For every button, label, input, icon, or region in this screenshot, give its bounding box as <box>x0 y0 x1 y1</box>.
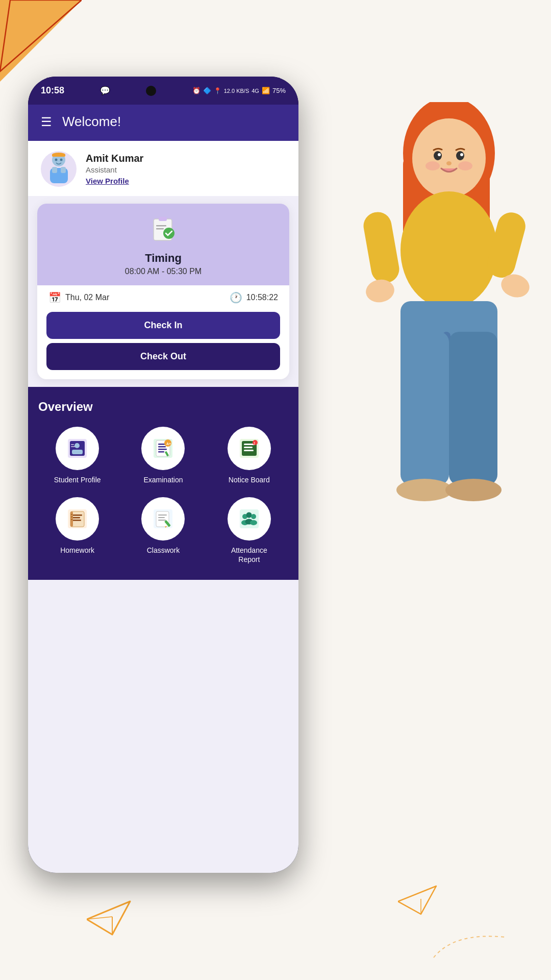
student-profile-icon <box>66 437 89 460</box>
homework-icon <box>66 507 89 530</box>
classwork-icon <box>152 507 174 530</box>
svg-rect-24 <box>158 446 166 448</box>
svg-point-35 <box>253 440 258 445</box>
homework-icon-circle <box>56 497 99 541</box>
classwork-icon-circle <box>141 497 185 541</box>
svg-rect-66 <box>403 153 426 255</box>
svg-rect-84 <box>400 332 449 485</box>
profile-name: Amit Kumar <box>86 153 143 164</box>
clipboard-check-icon <box>149 215 178 243</box>
character-illustration <box>342 102 546 587</box>
svg-rect-19 <box>71 444 74 445</box>
svg-rect-5 <box>61 167 66 173</box>
svg-rect-40 <box>72 517 80 519</box>
svg-rect-33 <box>244 447 253 448</box>
svg-text:!: ! <box>254 442 255 445</box>
examination-icon-circle: A+ <box>141 427 185 470</box>
svg-point-69 <box>434 151 442 160</box>
profile-info: Amit Kumar Assistant View Profile <box>86 153 143 185</box>
examination-icon: A+ <box>152 437 174 460</box>
view-profile-link[interactable]: View Profile <box>86 177 143 185</box>
avatar-illustration <box>45 153 73 186</box>
sidebar-item-examination[interactable]: A+ Examination <box>124 427 202 484</box>
overview-title: Overview <box>38 400 288 414</box>
clock-icon: 🕐 <box>230 291 242 304</box>
svg-point-58 <box>251 514 256 519</box>
timing-hours: 08:00 AM - 05:30 PM <box>125 267 202 276</box>
app-header: ☰ Welcome! <box>28 105 298 141</box>
phone-frame: 10:58 💬 ⏰ 🔷 📍 12.0 KB/S 4G 📶 75% ☰ Welco… <box>28 77 298 873</box>
svg-marker-0 <box>0 0 82 82</box>
camera-notch <box>146 86 156 96</box>
date-text: Thu, 02 Mar <box>65 293 109 302</box>
svg-rect-14 <box>156 228 164 230</box>
classwork-label: Classwork <box>147 546 180 555</box>
svg-marker-63 <box>398 886 436 914</box>
svg-point-17 <box>74 443 80 448</box>
svg-point-7 <box>60 158 62 161</box>
svg-point-56 <box>246 512 252 518</box>
svg-point-77 <box>400 191 497 309</box>
svg-point-72 <box>460 153 463 156</box>
svg-point-73 <box>446 161 452 165</box>
attendance-report-icon-circle <box>228 497 271 541</box>
svg-rect-26 <box>158 451 164 453</box>
overview-grid: Student Profile <box>38 427 288 565</box>
svg-point-6 <box>55 158 57 161</box>
date-item: 📅 Thu, 02 Mar <box>48 291 109 304</box>
svg-rect-79 <box>361 210 401 285</box>
profile-section: Amit Kumar Assistant View Profile <box>28 141 298 196</box>
check-in-button[interactable]: Check In <box>46 312 280 339</box>
svg-rect-9 <box>52 154 65 157</box>
svg-rect-34 <box>244 450 254 451</box>
attendance-report-icon <box>238 507 261 530</box>
hamburger-button[interactable]: ☰ <box>41 115 52 129</box>
svg-rect-13 <box>156 225 166 227</box>
timing-date-row: 📅 Thu, 02 Mar 🕐 10:58:22 <box>37 285 289 308</box>
avatar <box>41 151 77 187</box>
profile-role: Assistant <box>86 165 143 174</box>
svg-rect-67 <box>467 153 490 255</box>
svg-point-65 <box>403 102 495 209</box>
status-whatsapp-icon: 💬 <box>100 86 110 95</box>
dots-decoration <box>429 922 510 965</box>
network-4g: 4G <box>252 88 259 94</box>
header-title: Welcome! <box>62 114 121 130</box>
svg-rect-76 <box>440 193 458 211</box>
timing-label: Timing <box>145 252 182 265</box>
svg-marker-60 <box>87 901 130 935</box>
svg-point-81 <box>364 277 396 304</box>
student-profile-icon-circle <box>56 427 99 470</box>
svg-rect-49 <box>158 517 165 518</box>
svg-point-71 <box>438 153 441 156</box>
triangle-decoration-top-left <box>0 0 82 82</box>
svg-rect-41 <box>72 520 81 521</box>
svg-rect-39 <box>72 514 82 516</box>
sidebar-item-homework[interactable]: Homework <box>38 497 116 564</box>
time-item: 🕐 10:58:22 <box>230 291 278 304</box>
svg-point-74 <box>425 161 440 170</box>
svg-rect-4 <box>52 167 57 173</box>
svg-point-80 <box>498 272 532 301</box>
svg-point-12 <box>163 228 174 239</box>
attendance-report-label: Attendance Report <box>231 546 267 564</box>
sidebar-item-classwork[interactable]: Classwork <box>124 497 202 564</box>
sidebar-item-attendance-report[interactable]: Attendance Report <box>210 497 288 564</box>
svg-rect-18 <box>72 450 83 454</box>
character-3d <box>337 102 551 664</box>
check-out-button[interactable]: Check Out <box>46 343 280 370</box>
current-time-text: 10:58:22 <box>246 293 278 302</box>
svg-point-75 <box>458 161 472 170</box>
signal-icon: 📶 <box>262 87 270 94</box>
sidebar-item-student-profile[interactable]: Student Profile <box>38 427 116 484</box>
svg-rect-83 <box>442 332 450 470</box>
notice-board-label: Notice Board <box>229 475 270 484</box>
svg-rect-45 <box>71 519 72 520</box>
paper-plane-decoration-right <box>398 884 439 919</box>
svg-rect-25 <box>158 449 167 450</box>
sidebar-item-notice-board[interactable]: ! Notice Board <box>210 427 288 484</box>
student-profile-label: Student Profile <box>54 475 101 484</box>
app-content: ☰ Welcome! A <box>28 105 298 873</box>
svg-rect-44 <box>71 517 72 518</box>
svg-rect-78 <box>484 209 529 281</box>
